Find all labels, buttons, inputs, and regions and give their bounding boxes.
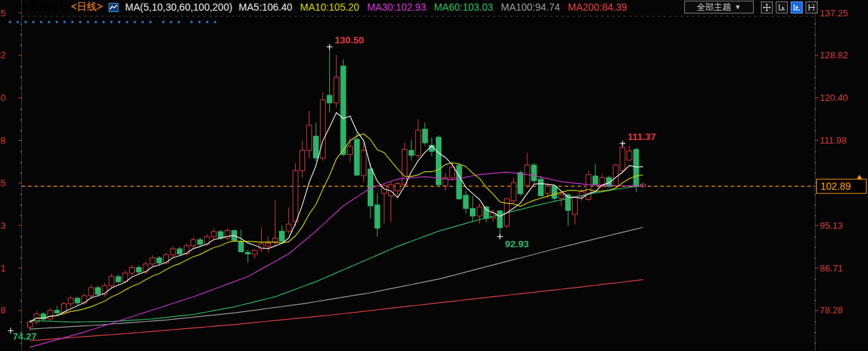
line-chart-icon <box>109 3 119 12</box>
svg-text:95.13: 95.13 <box>820 220 843 231</box>
svg-text:128.82: 128.82 <box>820 50 848 60</box>
trading-chart-window: 137.25137.25128.82128.82120.40120.40111.… <box>0 0 868 351</box>
y-axis-scale-icon <box>793 4 801 11</box>
period-label[interactable]: <日线> <box>71 1 102 14</box>
chevron-down-icon: ▼ <box>735 4 741 11</box>
ma-readout-3: MA60:103.03 <box>434 1 493 13</box>
top-right-controls: 全部主题 ▼ <box>684 1 818 14</box>
svg-text:102.89: 102.89 <box>820 180 851 192</box>
svg-text:92.93: 92.93 <box>505 239 529 249</box>
x-axis-scale-button[interactable] <box>776 1 788 14</box>
svg-text:120.40: 120.40 <box>820 92 848 103</box>
ma-readout-2: MA30:102.93 <box>367 1 426 13</box>
svg-text:86.71: 86.71 <box>0 263 6 274</box>
svg-text:111.37: 111.37 <box>627 131 656 142</box>
ma-readout-4: MA100:94.74 <box>501 1 560 13</box>
candlestick-chart[interactable]: 137.25137.25128.82128.82120.40120.40111.… <box>0 0 868 351</box>
shift-right-button[interactable] <box>806 1 818 14</box>
ma-readouts: MA5:106.40MA10:105.20MA30:102.93MA60:103… <box>238 1 627 13</box>
theme-dropdown-label: 全部主题 <box>697 1 731 14</box>
svg-text:78.28: 78.28 <box>820 305 843 315</box>
pan-tool-button[interactable] <box>761 1 773 14</box>
svg-text:130.50: 130.50 <box>334 35 363 45</box>
svg-text:128.82: 128.82 <box>0 50 6 60</box>
svg-text:137.25: 137.25 <box>820 8 848 18</box>
ma-readout-5: MA200:84.39 <box>568 1 627 13</box>
svg-text:111.98: 111.98 <box>820 135 847 146</box>
svg-text:120.40: 120.40 <box>0 92 6 103</box>
move-cross-icon <box>763 4 771 11</box>
y-axis-scale-button[interactable] <box>791 1 803 14</box>
x-axis-scale-icon <box>778 4 786 11</box>
ma-settings-label: MA(5,10,30,60,100,200) <box>125 1 232 13</box>
svg-text:103.55: 103.55 <box>0 178 6 188</box>
chart-header: 美原油连续<日线> MA(5,10,30,60,100,200) MA5:106… <box>20 1 627 14</box>
svg-text:86.71: 86.71 <box>820 263 843 274</box>
ma-readout-0: MA5:106.40 <box>238 1 292 13</box>
svg-text:74.27: 74.27 <box>13 331 37 342</box>
svg-text:78.28: 78.28 <box>0 305 6 315</box>
theme-dropdown[interactable]: 全部主题 ▼ <box>684 1 754 14</box>
svg-text:111.98: 111.98 <box>0 135 6 146</box>
ma-readout-1: MA10:105.20 <box>300 1 359 13</box>
svg-text:137.25: 137.25 <box>0 8 6 18</box>
svg-text:95.13: 95.13 <box>0 220 6 231</box>
shift-right-icon <box>808 4 815 11</box>
symbol-name[interactable]: 美原油连续 <box>20 1 70 14</box>
